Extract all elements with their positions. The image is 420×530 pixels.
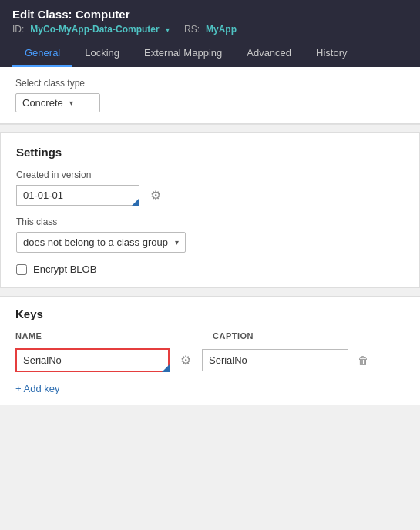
key-delete-button[interactable]: 🗑 [354, 353, 371, 368]
keys-heading: Keys [15, 307, 405, 320]
tab-general[interactable]: General [12, 41, 72, 67]
settings-section: Settings Created in version ⚙ This class… [0, 132, 420, 288]
tab-advanced[interactable]: Advanced [234, 41, 304, 67]
tab-history[interactable]: History [304, 41, 359, 67]
header: Edit Class: Computer ID: MyCo-MyApp-Data… [0, 0, 420, 67]
name-column-header: NAME [15, 331, 185, 340]
add-key-label: + Add key [15, 383, 59, 394]
key-gear-icon: ⚙ [180, 353, 191, 367]
class-type-select-wrapper[interactable]: Concrete Abstract Interface ▾ [15, 93, 100, 112]
caption-column-header: CAPTION [213, 331, 254, 340]
content-area: Select class type Concrete Abstract Inte… [0, 67, 420, 405]
encrypt-blob-checkbox[interactable] [16, 264, 27, 275]
keys-section: Keys NAME CAPTION ⚙ 🗑 + Add key [0, 296, 420, 405]
encrypt-blob-label: Encrypt BLOB [33, 263, 96, 275]
keys-column-headers: NAME CAPTION [15, 331, 405, 340]
delete-icon: 🗑 [358, 354, 368, 367]
rs-label: RS: [184, 24, 200, 35]
key-name-input-wrapper [15, 348, 170, 372]
id-value: MyCo-MyApp-Data-Computer [30, 24, 159, 35]
version-input[interactable] [16, 185, 139, 206]
class-type-select[interactable]: Concrete Abstract Interface [22, 97, 63, 109]
class-type-chevron-icon: ▾ [69, 99, 73, 107]
corner-triangle [132, 198, 139, 206]
encrypt-blob-row: Encrypt BLOB [16, 263, 404, 275]
version-input-wrapper [16, 185, 139, 206]
divider-1 [0, 124, 420, 125]
class-group-value: does not belong to a class group [23, 236, 169, 248]
version-input-row: ⚙ [16, 185, 404, 206]
key-gear-button[interactable]: ⚙ [176, 351, 196, 371]
tab-external-mapping[interactable]: External Mapping [132, 41, 234, 67]
version-field-group: Created in version ⚙ [16, 169, 404, 206]
tab-locking[interactable]: Locking [72, 41, 132, 67]
class-type-section: Select class type Concrete Abstract Inte… [0, 67, 420, 124]
settings-heading: Settings [16, 146, 404, 159]
key-row: ⚙ 🗑 [15, 348, 405, 372]
class-group-label: This class [16, 216, 404, 227]
class-group-dropdown[interactable]: does not belong to a class group ▾ [16, 232, 186, 253]
key-caption-input[interactable] [202, 349, 348, 371]
meta-separator [176, 24, 178, 35]
class-group-chevron-icon: ▾ [175, 238, 179, 247]
rs-value: MyApp [206, 24, 237, 35]
key-name-input[interactable] [15, 348, 170, 372]
header-meta: ID: MyCo-MyApp-Data-Computer ▾ RS: MyApp [12, 24, 408, 35]
class-type-label: Select class type [15, 78, 405, 89]
version-gear-button[interactable]: ⚙ [146, 186, 166, 206]
version-label: Created in version [16, 169, 404, 180]
page-title: Edit Class: Computer [12, 8, 408, 21]
key-name-corner-triangle [162, 364, 170, 372]
add-key-link[interactable]: + Add key [15, 383, 59, 394]
class-group-field: This class does not belong to a class gr… [16, 216, 404, 253]
tab-bar: General Locking External Mapping Advance… [12, 41, 408, 67]
id-dropdown-icon[interactable]: ▾ [166, 25, 170, 34]
gear-icon: ⚙ [150, 188, 161, 203]
id-label: ID: [12, 24, 24, 35]
